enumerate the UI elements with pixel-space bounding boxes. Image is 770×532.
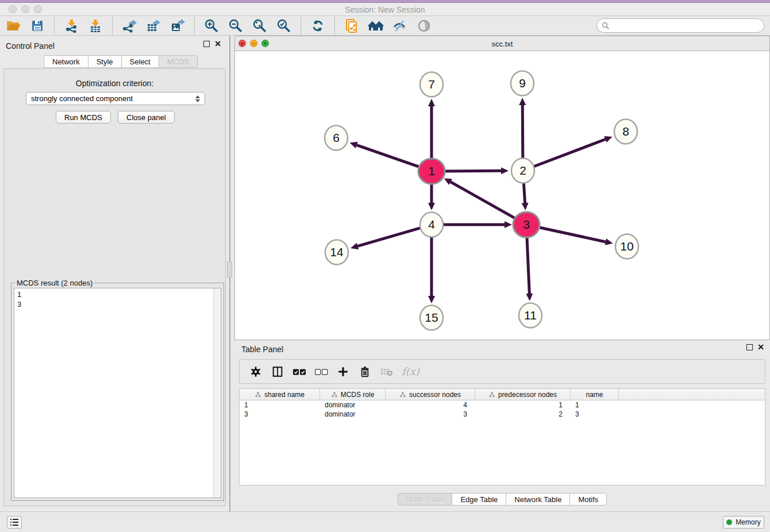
svg-text:6: 6: [333, 131, 340, 144]
tab-node-table[interactable]: Node Table: [398, 493, 452, 506]
export-table-icon[interactable]: [145, 18, 162, 34]
memory-label: Memory: [736, 518, 760, 526]
column-header-successor-nodes[interactable]: successor nodes: [386, 389, 475, 400]
mcds-result-group: MCDS result (2 nodes) 1 3: [11, 283, 224, 501]
graph-edge-2-3[interactable]: [523, 182, 525, 203]
graph-node-9[interactable]: 9: [511, 71, 534, 96]
new-network-from-selection-icon[interactable]: [343, 18, 360, 34]
run-mcds-button[interactable]: Run MCDS: [56, 111, 111, 124]
tab-mcds[interactable]: MCDS: [159, 55, 198, 68]
delete-column-trash-icon[interactable]: [357, 364, 373, 380]
node-table[interactable]: shared name MCDS role successor nodes pr…: [239, 388, 765, 485]
network-view-window[interactable]: x − + scc.txt 1234678910111415: [234, 36, 770, 340]
tab-style[interactable]: Style: [88, 55, 121, 68]
criterion-dropdown[interactable]: strongly connected component: [26, 92, 205, 105]
tab-motifs[interactable]: Motifs: [569, 493, 607, 506]
export-image-icon[interactable]: [169, 18, 186, 34]
graph-edge-1-6[interactable]: [357, 145, 421, 168]
create-column-plus-icon[interactable]: [335, 364, 351, 380]
toolbar-separator: [112, 17, 113, 34]
import-table-icon[interactable]: [87, 18, 104, 34]
float-panel-icon[interactable]: [203, 41, 210, 47]
show-hide-view-icon[interactable]: [415, 18, 433, 34]
refresh-icon[interactable]: [309, 18, 326, 34]
cell-predecessor-nodes[interactable]: 1: [475, 400, 571, 410]
function-builder-icon[interactable]: f(x): [402, 365, 419, 377]
network-graph-canvas[interactable]: 1234678910111415: [235, 51, 769, 340]
column-header-name[interactable]: name: [571, 389, 619, 400]
dropdown-stepper-icon: [195, 95, 200, 102]
graph-node-14[interactable]: 14: [325, 240, 348, 265]
export-network-icon[interactable]: [121, 18, 138, 34]
zoom-out-icon[interactable]: [227, 18, 244, 34]
graph-node-6[interactable]: 6: [325, 126, 348, 151]
graph-node-1[interactable]: 1: [418, 159, 445, 184]
result-scrollbar[interactable]: [213, 288, 221, 498]
zoom-fit-icon[interactable]: [251, 18, 268, 34]
graph-node-7[interactable]: 7: [420, 72, 443, 97]
cell-shared-name[interactable]: 3: [240, 410, 320, 419]
cell-predecessor-nodes[interactable]: 2: [475, 410, 571, 419]
graph-edge-3-1[interactable]: [451, 182, 517, 219]
column-header-predecessor-nodes[interactable]: predecessor nodes: [475, 389, 571, 400]
import-network-icon[interactable]: [63, 18, 80, 34]
cell-successor-nodes[interactable]: 4: [386, 400, 475, 410]
graph-arrowhead: [351, 243, 359, 250]
cell-shared-name[interactable]: 1: [240, 400, 320, 410]
unselect-all-columns-icon[interactable]: [313, 364, 329, 380]
memory-button[interactable]: Memory: [723, 516, 764, 529]
graph-edge-2-9[interactable]: [522, 105, 523, 160]
tab-network-table[interactable]: Network Table: [506, 493, 569, 506]
cell-name[interactable]: 1: [571, 400, 619, 410]
table-settings-gear-icon[interactable]: [248, 364, 264, 380]
open-file-icon[interactable]: [5, 18, 22, 34]
search-input[interactable]: [613, 21, 764, 30]
column-header-shared-name[interactable]: shared name: [240, 389, 320, 400]
select-all-columns-icon[interactable]: [291, 364, 307, 380]
graph-node-8[interactable]: 8: [614, 119, 637, 144]
tab-network[interactable]: Network: [44, 55, 88, 68]
cell-mcds-role[interactable]: dominator: [320, 400, 386, 410]
close-panel-icon[interactable]: ✕: [214, 41, 221, 47]
zoom-in-icon[interactable]: [203, 18, 220, 34]
float-table-panel-icon[interactable]: [746, 344, 753, 350]
graph-node-4[interactable]: 4: [420, 213, 443, 237]
column-header-mcds-role[interactable]: MCDS role: [320, 389, 386, 400]
list-icon: [10, 518, 19, 526]
close-table-panel-icon[interactable]: ✕: [757, 344, 764, 350]
hierarchy-icon: [399, 391, 406, 398]
first-neighbors-icon[interactable]: [367, 18, 384, 34]
save-session-icon[interactable]: [29, 18, 46, 34]
graph-edge-3-10[interactable]: [537, 227, 606, 242]
close-panel-button[interactable]: Close panel: [118, 111, 175, 124]
mcds-result-title: MCDS result (2 nodes): [15, 279, 94, 287]
cell-successor-nodes[interactable]: 3: [386, 410, 475, 419]
graph-edge-3-11[interactable]: [527, 236, 529, 294]
search-icon: [602, 22, 610, 30]
graph-node-3[interactable]: 3: [513, 212, 540, 237]
tab-select[interactable]: Select: [121, 55, 159, 68]
graph-edge-1-2[interactable]: [442, 171, 501, 171]
graph-node-11[interactable]: 11: [519, 303, 542, 328]
tab-edge-table[interactable]: Edge Table: [452, 493, 506, 506]
graph-edge-4-14[interactable]: [357, 228, 421, 246]
toolbar-separator: [54, 17, 55, 34]
task-history-button[interactable]: [7, 516, 22, 529]
search-box[interactable]: [596, 18, 764, 33]
cell-mcds-role[interactable]: dominator: [320, 410, 386, 419]
table-row[interactable]: 1 dominator 4 1 1: [240, 400, 765, 410]
table-row[interactable]: 3 dominator 3 2 3: [240, 410, 765, 419]
graph-arrowhead: [501, 167, 509, 174]
mcds-result-area[interactable]: 1 3: [14, 288, 221, 498]
svg-text:15: 15: [425, 311, 438, 324]
show-column-panel-icon[interactable]: [270, 364, 286, 380]
graph-edge-2-8[interactable]: [533, 139, 606, 167]
cell-name[interactable]: 3: [571, 410, 619, 419]
show-hide-style-icon[interactable]: [391, 18, 409, 34]
splitter-handle[interactable]: [227, 261, 232, 277]
delete-table-icon-disabled[interactable]: [379, 364, 395, 380]
graph-node-15[interactable]: 15: [420, 306, 443, 330]
zoom-selected-icon[interactable]: [275, 18, 292, 34]
graph-node-2[interactable]: 2: [511, 159, 534, 183]
graph-node-10[interactable]: 10: [615, 234, 638, 259]
